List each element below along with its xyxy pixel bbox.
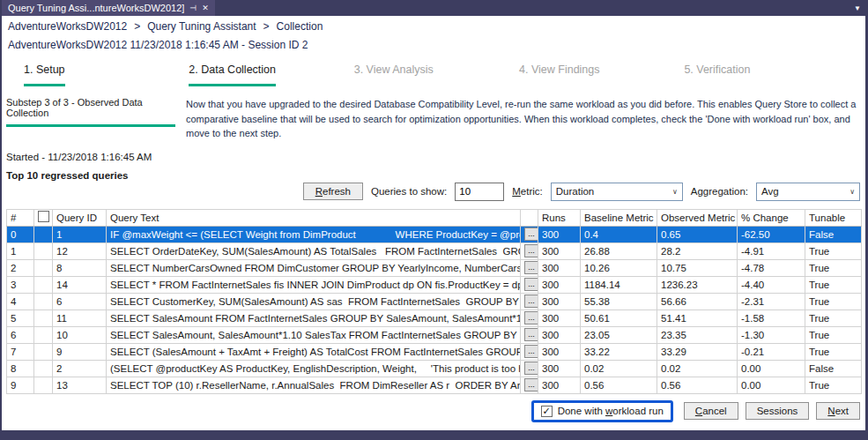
wizard-step[interactable]: 2. Data Collection	[189, 63, 353, 86]
query-text-expand-button[interactable]: ...	[524, 311, 538, 324]
cancel-button[interactable]: Cancel	[684, 402, 738, 420]
done-with-workload-checkbox[interactable]: ✓	[541, 406, 553, 417]
query-text-expand-button[interactable]: ...	[524, 328, 538, 341]
metric-select[interactable]: Duration ∨	[551, 183, 683, 201]
wizard-step[interactable]: 3. View Analysis	[354, 63, 519, 86]
tunable-cell: True	[805, 377, 862, 393]
wizard-step[interactable]: 5. Verification	[684, 63, 849, 86]
query-text-cell: SELECT NumberCarsOwned FROM DimCustomer …	[107, 259, 521, 276]
baseline-metric-cell: 0.02	[581, 360, 657, 377]
row-checkbox-cell[interactable]	[34, 276, 53, 293]
header-query-id[interactable]: Query ID	[53, 209, 107, 226]
query-id-cell: 12	[53, 242, 107, 259]
observed-metric-cell: 23.35	[657, 326, 738, 343]
query-text-expand-button[interactable]: ...	[524, 362, 538, 375]
breadcrumb-qta[interactable]: Query Tuning Assistant	[147, 20, 256, 33]
runs-cell: 300	[538, 259, 581, 276]
document-tab[interactable]: Query Tuning Assi...ntureWorksDW2012] ⊣ …	[2, 0, 215, 16]
runs-cell: 300	[538, 326, 581, 343]
done-with-workload-highlight[interactable]: ✓ Done with workload run	[531, 400, 673, 422]
table-row[interactable]: 1 12 SELECT OrderDateKey, SUM(SalesAmoun…	[7, 242, 862, 259]
percent-change-cell: -1.30	[738, 326, 805, 343]
query-expand-cell: ...	[521, 226, 538, 242]
header-observed-metric[interactable]: Observed Metric	[657, 209, 738, 226]
table-row[interactable]: 9 13 SELECT TOP (10) r.ResellerName, r.A…	[7, 377, 862, 393]
query-text-expand-button[interactable]: ...	[524, 227, 538, 241]
query-expand-cell: ...	[521, 377, 538, 393]
row-checkbox-cell[interactable]	[34, 242, 53, 259]
row-checkbox-cell[interactable]	[34, 360, 53, 377]
row-checkbox-cell[interactable]	[34, 309, 53, 326]
table-row[interactable]: 8 2 (SELECT @productKey AS ProductKey, E…	[7, 360, 862, 377]
query-text-expand-button[interactable]: ...	[524, 295, 538, 308]
wizard-step[interactable]: 1. Setup	[24, 63, 189, 86]
query-id-cell: 11	[53, 309, 107, 326]
query-text-cell: IF @maxWeight <= (SELECT Weight from Dim…	[107, 226, 521, 242]
query-id-cell: 8	[53, 259, 107, 276]
observed-metric-cell: 10.75	[657, 259, 738, 276]
wizard-step[interactable]: 4. View Findings	[519, 63, 684, 86]
header-percent-change[interactable]: % Change	[738, 209, 805, 226]
breadcrumb: AdventureWorksDW2012 > Query Tuning Assi…	[6, 20, 862, 33]
header-tunable[interactable]: Tunable	[805, 209, 862, 226]
next-button[interactable]: Next	[816, 402, 860, 420]
substep-row: Substep 3 of 3 - Observed Data Collectio…	[6, 97, 862, 141]
row-checkbox-cell[interactable]	[34, 377, 53, 393]
query-expand-cell: ...	[521, 309, 538, 326]
tunable-cell: True	[805, 293, 862, 309]
wizard-step-label: 5. Verification	[684, 63, 750, 84]
query-text-expand-button[interactable]: ...	[524, 278, 538, 291]
row-checkbox-cell[interactable]	[34, 293, 53, 309]
pin-icon[interactable]: ⊣	[189, 4, 197, 12]
query-text-expand-button[interactable]: ...	[524, 261, 538, 274]
aggregation-select[interactable]: Avg ∨	[756, 183, 860, 201]
table-row[interactable]: 3 14 SELECT * FROM FactInternetSales fis…	[7, 276, 862, 293]
row-checkbox-cell[interactable]	[34, 226, 53, 242]
footer-controls: ✓ Done with workload run Cancel Sessions…	[6, 400, 862, 422]
row-number-cell: 6	[7, 326, 34, 343]
row-number-cell: 4	[7, 293, 34, 309]
row-number-cell: 7	[7, 343, 34, 360]
table-row[interactable]: 4 6 SELECT CustomerKey, SUM(SalesAmount)…	[7, 293, 862, 309]
wizard-step-label: 1. Setup	[24, 63, 65, 86]
tunable-cell: True	[805, 276, 862, 293]
tab-list-dropdown-icon[interactable]: ▼	[854, 4, 865, 12]
row-checkbox-cell[interactable]	[34, 259, 53, 276]
started-timestamp: Started - 11/23/2018 1:16:45 AM	[6, 152, 862, 162]
table-row[interactable]: 6 10 SELECT SalesAmount, SalesAmount*1.1…	[7, 326, 862, 343]
regressed-queries-table: # Query ID Query Text Runs Baseline Metr…	[6, 209, 862, 394]
query-text-expand-button[interactable]: ...	[524, 244, 538, 257]
close-icon[interactable]: ✕	[202, 4, 209, 12]
query-text-cell: SELECT CustomerKey, SUM(SalesAmount) AS …	[107, 293, 521, 309]
table-row[interactable]: 0 1 IF @maxWeight <= (SELECT Weight from…	[7, 226, 862, 242]
baseline-metric-cell: 33.22	[581, 343, 657, 360]
breadcrumb-database[interactable]: AdventureWorksDW2012	[8, 20, 127, 33]
header-row-number[interactable]: #	[7, 209, 34, 226]
runs-cell: 300	[538, 276, 581, 293]
query-text-expand-button[interactable]: ...	[524, 378, 538, 392]
header-expand	[521, 209, 538, 226]
table-row[interactable]: 2 8 SELECT NumberCarsOwned FROM DimCusto…	[7, 259, 862, 276]
header-query-text[interactable]: Query Text	[107, 209, 521, 226]
query-expand-cell: ...	[521, 293, 538, 309]
breadcrumb-collection[interactable]: Collection	[277, 20, 323, 33]
row-checkbox-cell[interactable]	[34, 343, 53, 360]
row-checkbox-cell[interactable]	[34, 326, 53, 343]
sessions-button[interactable]: Sessions	[746, 402, 810, 420]
table-header-row: # Query ID Query Text Runs Baseline Metr…	[7, 209, 862, 226]
metric-label: Metric:	[512, 186, 543, 197]
baseline-metric-cell: 0.56	[581, 377, 657, 393]
table-row[interactable]: 7 9 SELECT (SalesAmount + TaxAmt + Freig…	[7, 343, 862, 360]
observed-metric-cell: 0.56	[657, 377, 738, 393]
table-row[interactable]: 5 11 SELECT SalesAmount FROM FactInterne…	[7, 309, 862, 326]
header-baseline-metric[interactable]: Baseline Metric	[581, 209, 657, 226]
tunable-cell: False	[805, 226, 862, 242]
select-all-checkbox[interactable]	[38, 211, 49, 222]
top-queries-heading: Top 10 regressed queries	[6, 170, 862, 181]
refresh-button[interactable]: Refresh	[303, 183, 363, 200]
query-text-expand-button[interactable]: ...	[524, 345, 538, 358]
query-id-cell: 14	[53, 276, 107, 293]
header-runs[interactable]: Runs	[538, 209, 581, 226]
row-number-cell: 3	[7, 276, 34, 293]
queries-to-show-input[interactable]	[455, 183, 504, 201]
